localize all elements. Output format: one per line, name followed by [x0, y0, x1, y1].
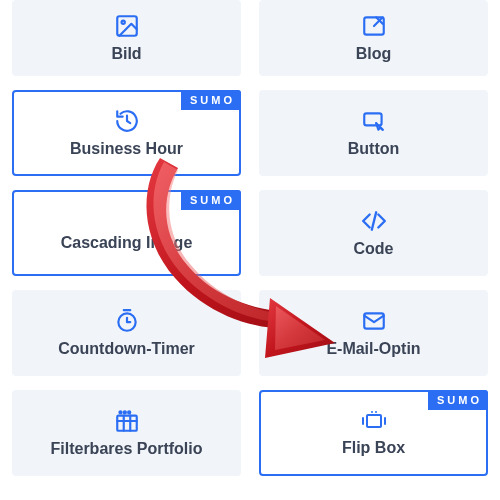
module-business-hour[interactable]: SUMO Business Hour [12, 90, 241, 176]
module-button[interactable]: Button [259, 90, 488, 176]
timer-icon [114, 308, 140, 334]
module-countdown-timer[interactable]: Countdown-Timer [12, 290, 241, 376]
module-label: Blog [350, 45, 398, 63]
sumo-badge: SUMO [181, 90, 241, 110]
code-icon [361, 208, 387, 234]
svg-point-15 [123, 411, 125, 413]
module-bild[interactable]: Bild [12, 0, 241, 76]
cursor-click-icon [361, 108, 387, 134]
image-icon [114, 13, 140, 39]
svg-point-20 [371, 411, 373, 413]
module-grid: Bild Blog SUMO Business Hour Button SUMO… [0, 0, 500, 484]
svg-point-1 [121, 21, 124, 24]
svg-rect-10 [117, 416, 137, 431]
module-blog[interactable]: Blog [259, 0, 488, 76]
module-filterbares-portfolio[interactable]: Filterbares Portfolio [12, 390, 241, 476]
module-label: Business Hour [64, 140, 189, 158]
svg-point-14 [119, 411, 121, 413]
flip-box-icon [359, 409, 389, 433]
module-label: Code [348, 240, 400, 258]
module-label: E-Mail-Optin [320, 340, 426, 358]
clock-history-icon [114, 108, 140, 134]
svg-line-4 [371, 212, 375, 229]
svg-point-16 [128, 411, 130, 413]
svg-rect-3 [364, 113, 381, 125]
module-label: Bild [105, 45, 147, 63]
module-label: Filterbares Portfolio [44, 440, 208, 458]
module-code[interactable]: Code [259, 190, 488, 276]
grid-filter-icon [114, 408, 140, 434]
module-label: Countdown-Timer [52, 340, 201, 358]
module-email-optin[interactable]: E-Mail-Optin [259, 290, 488, 376]
svg-rect-17 [367, 415, 381, 427]
mail-icon [361, 308, 387, 334]
sumo-badge: SUMO [428, 390, 488, 410]
module-label: Cascading Image [55, 234, 199, 252]
sumo-badge: SUMO [181, 190, 241, 210]
svg-point-21 [375, 411, 377, 413]
module-label: Flip Box [336, 439, 411, 457]
blog-icon [361, 13, 387, 39]
module-cascading-image[interactable]: SUMO Cascading Image [12, 190, 241, 276]
module-label: Button [342, 140, 406, 158]
module-flip-box[interactable]: SUMO Flip Box [259, 390, 488, 476]
